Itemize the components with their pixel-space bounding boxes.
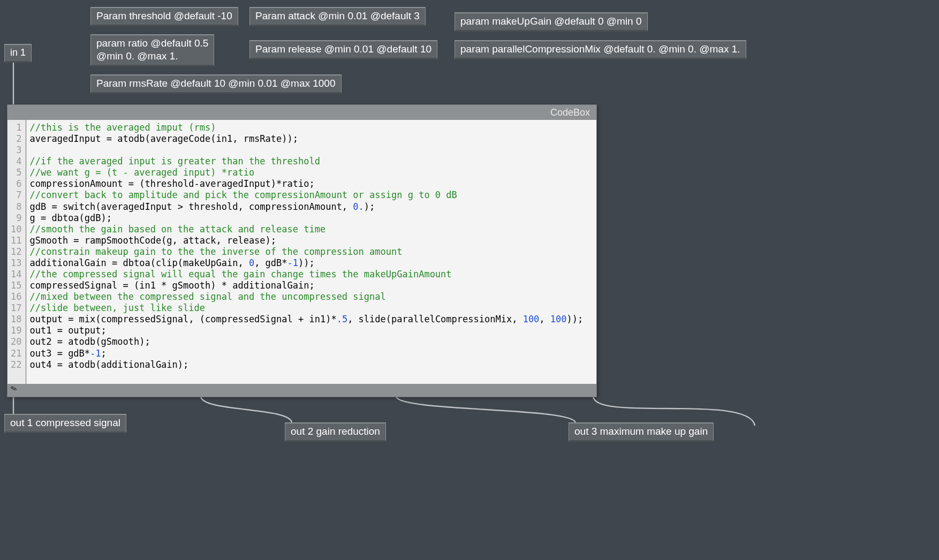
line-number: 20 xyxy=(10,336,22,347)
param-threshold-node[interactable]: Param threshold @default -10 xyxy=(90,7,238,26)
line-number: 3 xyxy=(10,145,22,156)
inlet-1-label: in 1 xyxy=(4,44,32,63)
codebox-body: 12345678910111213141516171819202122 //th… xyxy=(7,120,596,384)
line-number: 13 xyxy=(10,258,22,269)
outlet-3-node[interactable]: out 3 maximum make up gain xyxy=(569,422,714,442)
codebox-code[interactable]: //this is the averaged imput (rms) avera… xyxy=(26,120,596,384)
inlet-1-node[interactable]: in 1 xyxy=(4,44,32,63)
line-number: 1 xyxy=(10,122,22,133)
param-threshold-label: Param threshold @default -10 xyxy=(90,7,238,26)
codebox-gutter: 12345678910111213141516171819202122 xyxy=(7,120,26,384)
line-number: 21 xyxy=(10,348,22,359)
outlet-2-node[interactable]: out 2 gain reduction xyxy=(285,422,386,442)
wand-icon[interactable]: ✎ xyxy=(9,383,19,394)
line-number: 5 xyxy=(10,167,22,178)
param-ratio-label: param ratio @default 0.5 @min 0. @max 1. xyxy=(90,34,214,66)
codebox-footer: ✎ xyxy=(7,384,596,396)
outlet-3-label: out 3 maximum make up gain xyxy=(569,422,714,442)
codebox-title: CodeBox xyxy=(7,105,596,120)
patch-canvas[interactable]: in 1 Param threshold @default -10 Param … xyxy=(0,0,939,560)
line-number: 11 xyxy=(10,235,22,246)
outlet-1-label: out 1 compressed signal xyxy=(4,414,126,433)
param-makeupgain-label: param makeUpGain @default 0 @min 0 xyxy=(455,12,648,32)
param-ratio-node[interactable]: param ratio @default 0.5 @min 0. @max 1. xyxy=(90,34,214,66)
line-number: 6 xyxy=(10,178,22,190)
param-rmsrate-node[interactable]: Param rmsRate @default 10 @min 0.01 @max… xyxy=(90,74,342,94)
outlet-2-label: out 2 gain reduction xyxy=(285,422,386,442)
line-number: 10 xyxy=(10,224,22,235)
line-number: 19 xyxy=(10,325,22,336)
line-number: 12 xyxy=(10,246,22,258)
param-release-node[interactable]: Param release @min 0.01 @default 10 xyxy=(249,40,437,59)
line-number: 4 xyxy=(10,156,22,167)
codebox-node[interactable]: CodeBox 12345678910111213141516171819202… xyxy=(7,104,597,397)
line-number: 16 xyxy=(10,291,22,302)
param-parallelmix-node[interactable]: param parallelCompressionMix @default 0.… xyxy=(455,40,746,59)
param-parallelmix-label: param parallelCompressionMix @default 0.… xyxy=(455,40,746,59)
line-number: 22 xyxy=(10,359,22,370)
param-makeupgain-node[interactable]: param makeUpGain @default 0 @min 0 xyxy=(455,12,648,32)
line-number: 9 xyxy=(10,213,22,224)
param-release-label: Param release @min 0.01 @default 10 xyxy=(249,40,437,59)
line-number: 15 xyxy=(10,280,22,291)
param-attack-label: Param attack @min 0.01 @default 3 xyxy=(249,7,426,26)
outlet-1-node[interactable]: out 1 compressed signal xyxy=(4,414,126,433)
line-number: 18 xyxy=(10,314,22,325)
line-number: 2 xyxy=(10,133,22,145)
line-number: 14 xyxy=(10,269,22,280)
line-number: 17 xyxy=(10,302,22,314)
param-rmsrate-label: Param rmsRate @default 10 @min 0.01 @max… xyxy=(90,74,342,94)
line-number: 7 xyxy=(10,190,22,201)
param-attack-node[interactable]: Param attack @min 0.01 @default 3 xyxy=(249,7,426,26)
line-number: 8 xyxy=(10,201,22,213)
